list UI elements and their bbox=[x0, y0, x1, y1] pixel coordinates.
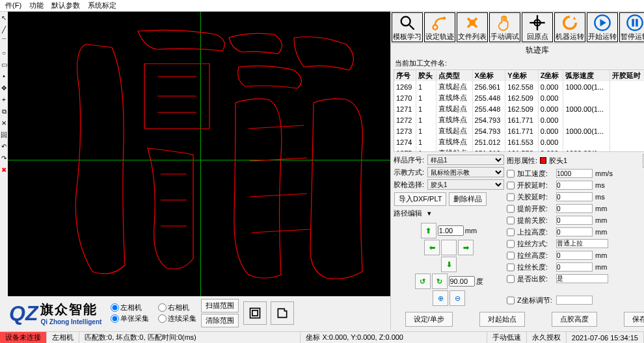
menu-default[interactable]: 默认参数 bbox=[47, 1, 84, 10]
tool-close-icon[interactable]: ✖ bbox=[0, 166, 8, 174]
table-row[interactable]: 12701直线终点255.448162.5090.0000.00 bbox=[394, 92, 644, 103]
menu-func[interactable]: 功能 bbox=[25, 1, 47, 10]
menu-file[interactable]: 件(F) bbox=[1, 1, 25, 10]
pause-button[interactable]: 暂停运转 bbox=[619, 12, 644, 42]
param-check[interactable] bbox=[507, 170, 515, 178]
clear-range-button[interactable]: 清除范围 bbox=[201, 314, 239, 327]
param-input[interactable] bbox=[556, 169, 593, 178]
col-header[interactable]: 序号 bbox=[394, 70, 416, 81]
export-icon[interactable] bbox=[271, 301, 294, 325]
tool-undo-icon[interactable]: ↶ bbox=[0, 143, 8, 151]
tool-redo-icon[interactable]: ↷ bbox=[0, 155, 8, 162]
param-check[interactable] bbox=[507, 240, 515, 248]
glue-height-button[interactable]: 点胶高度 bbox=[552, 312, 597, 327]
start-button[interactable]: 开始运转 bbox=[587, 12, 618, 42]
glue-color-icon bbox=[540, 157, 546, 164]
param-check[interactable] bbox=[507, 181, 515, 190]
param-check[interactable] bbox=[507, 205, 515, 213]
tool-plus-icon[interactable]: + bbox=[0, 96, 8, 104]
jog-center-button[interactable] bbox=[441, 240, 457, 255]
path-table[interactable]: 序号胶头点类型X坐标Y坐标Z坐标弧形速度开胶延时上拉高...12691直线起点2… bbox=[394, 70, 644, 152]
param-input[interactable] bbox=[556, 181, 593, 190]
jog-down-button[interactable]: ⬇ bbox=[441, 257, 457, 272]
scan-range-button[interactable]: 扫描范围 bbox=[201, 299, 239, 312]
import-dxf-button[interactable]: 导入DXF/PLT bbox=[394, 192, 446, 206]
tool-del-icon[interactable]: ✕ bbox=[0, 120, 8, 127]
tool-arrow-icon[interactable]: ↖ bbox=[0, 14, 8, 22]
chevron-down-icon[interactable]: ▾ bbox=[427, 209, 431, 218]
tool-move-icon[interactable]: ✥ bbox=[0, 84, 8, 92]
save-file-button[interactable]: 保存文件 bbox=[624, 312, 644, 327]
machine-run-button[interactable]: 机器运转 bbox=[554, 12, 585, 42]
col-header[interactable]: 胶头 bbox=[416, 70, 436, 81]
param-input[interactable] bbox=[556, 274, 608, 283]
col-header[interactable]: 弧形速度 bbox=[563, 70, 610, 81]
param-input[interactable] bbox=[556, 204, 593, 213]
radio-cont[interactable]: 连续采集 bbox=[158, 314, 196, 324]
radio-right-cam[interactable]: 右相机 bbox=[158, 303, 196, 312]
param-check[interactable] bbox=[507, 251, 515, 260]
zoom-out-button[interactable]: ⊖ bbox=[449, 290, 465, 306]
align-start-button[interactable]: 对起始点 bbox=[479, 312, 525, 327]
param-check[interactable] bbox=[507, 193, 515, 201]
radio-left-cam[interactable]: 左相机 bbox=[111, 303, 149, 312]
rot-input[interactable] bbox=[449, 276, 475, 286]
z-adjust-input[interactable] bbox=[556, 296, 593, 305]
col-header[interactable]: Z坐标 bbox=[538, 70, 563, 81]
param-unit: mm bbox=[595, 251, 611, 259]
table-row[interactable]: 12731直线起点254.793161.7710.0001000.00(1... bbox=[394, 125, 644, 136]
tool-text-icon[interactable]: 回 bbox=[0, 131, 8, 139]
teach-select[interactable]: 鼠标绘图示教 bbox=[427, 167, 504, 177]
set-step-button[interactable]: 设定/单步 bbox=[405, 312, 453, 327]
param-unit: mm bbox=[595, 216, 611, 224]
col-header[interactable]: X坐标 bbox=[472, 70, 505, 81]
col-header[interactable]: Y坐标 bbox=[505, 70, 539, 81]
param-check[interactable] bbox=[507, 275, 515, 283]
glue-select[interactable]: 胶头1 bbox=[427, 179, 504, 190]
menu-calib[interactable]: 系统标定 bbox=[84, 1, 120, 10]
sample-no-label: 样品序号: bbox=[394, 155, 426, 165]
param-input[interactable] bbox=[556, 262, 593, 272]
rot-ccw-button[interactable]: ↺ bbox=[415, 273, 431, 289]
design-canvas[interactable] bbox=[8, 12, 390, 296]
teach-label: 示教方式: bbox=[394, 168, 426, 177]
manual-button[interactable]: 手动调试 bbox=[489, 12, 520, 42]
param-input[interactable] bbox=[556, 227, 593, 236]
col-header[interactable]: 开胶延时 bbox=[610, 70, 644, 81]
glue-sel-label: 胶枪选择: bbox=[394, 180, 426, 190]
zoom-in-button[interactable]: ⊕ bbox=[433, 290, 448, 306]
home-button[interactable]: 回原点 bbox=[522, 12, 553, 42]
rot-cw-button[interactable]: ↻ bbox=[432, 273, 448, 289]
jog-step-input[interactable] bbox=[438, 225, 464, 236]
radio-single[interactable]: 单张采集 bbox=[111, 314, 149, 324]
param-input[interactable] bbox=[556, 216, 593, 225]
file-list-button[interactable]: 文件列表 bbox=[457, 12, 488, 42]
jog-up-button[interactable]: ⬆ bbox=[421, 223, 436, 238]
table-row[interactable]: 12721直线终点254.793161.7710.0000.00 bbox=[394, 114, 644, 125]
tool-line-icon[interactable]: ╱ bbox=[0, 26, 8, 34]
param-input[interactable] bbox=[556, 192, 593, 201]
col-header[interactable]: 点类型 bbox=[436, 70, 472, 81]
tool-circle-icon[interactable]: ○ bbox=[0, 49, 8, 57]
fit-view-icon[interactable] bbox=[243, 301, 267, 325]
tool-dot-icon[interactable]: • bbox=[0, 73, 8, 81]
tool-rect-icon[interactable]: ▭ bbox=[0, 61, 8, 69]
param-check[interactable] bbox=[507, 228, 515, 236]
jog-right-button[interactable]: ➡ bbox=[458, 240, 474, 255]
param-check[interactable] bbox=[507, 263, 515, 272]
delete-sample-button[interactable]: 删除样品 bbox=[449, 192, 487, 206]
param-check[interactable] bbox=[507, 216, 515, 225]
set-path-button[interactable]: 设定轨迹 bbox=[424, 12, 455, 42]
table-row[interactable]: 12691直线起点256.961162.5580.0001000.00(1...… bbox=[394, 81, 644, 92]
param-input[interactable] bbox=[556, 251, 593, 260]
sample-no-select[interactable]: 样品1 bbox=[427, 155, 504, 165]
tool-arc-icon[interactable]: ⌒ bbox=[0, 38, 8, 45]
jog-left-button[interactable]: ⬅ bbox=[424, 240, 440, 255]
z-adjust-check[interactable] bbox=[507, 296, 515, 305]
tool-copy-icon[interactable]: ⧉ bbox=[0, 108, 8, 116]
template-learn-button[interactable]: 模板学习 bbox=[392, 12, 423, 42]
param-input[interactable] bbox=[556, 239, 608, 248]
table-row[interactable]: 12741直线终点251.012161.5530.0000.00 bbox=[394, 136, 644, 147]
param-unit: mm bbox=[595, 228, 611, 236]
table-row[interactable]: 12711直线起点255.448162.5090.0001000.00(1... bbox=[394, 103, 644, 114]
